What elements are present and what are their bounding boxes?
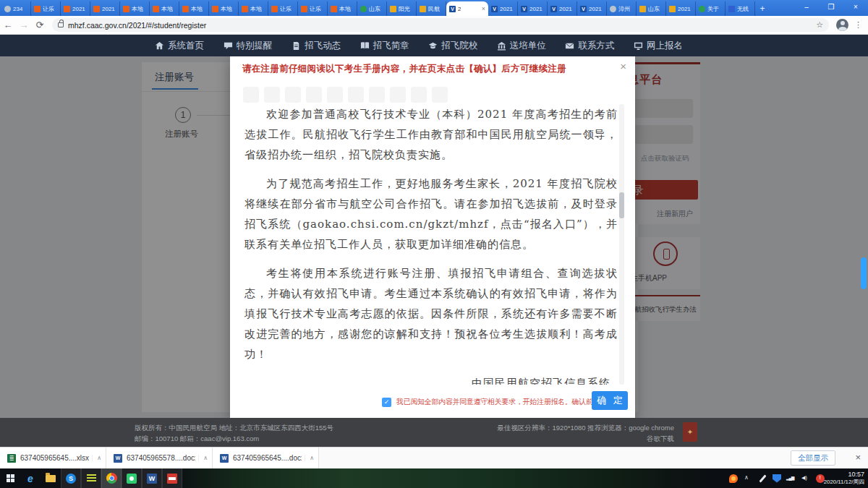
confirm-button[interactable]: 确 定 xyxy=(592,391,628,410)
address-bar[interactable]: mhzf.caac.gov.cn/2021/#/student/register… xyxy=(52,18,829,32)
tray-expand-icon[interactable] xyxy=(744,474,752,483)
browser-tab[interactable]: 2021 × xyxy=(518,1,548,16)
browser-tab[interactable]: 民航 × xyxy=(417,1,446,16)
tab-favicon-icon xyxy=(360,6,367,12)
agree-text[interactable]: 我已阅知全部内容并同意遵守相关要求，开始注册报名。确认前勾选 xyxy=(396,397,607,407)
tab-favicon-icon xyxy=(301,6,307,12)
chevron-up-icon[interactable]: ∧ xyxy=(198,455,208,461)
browser-menu-icon[interactable]: ⋮ xyxy=(854,20,862,30)
page-button[interactable] xyxy=(327,87,343,103)
refresh-button[interactable]: ⟳ xyxy=(32,20,48,30)
browser-tab-active[interactable]: 2 × xyxy=(446,1,488,16)
download-item-xlsx[interactable]: 637405965645....xlsx ∧ xyxy=(0,448,106,468)
modal-scrollbar-thumb[interactable] xyxy=(619,192,624,218)
stock-app-icon[interactable] xyxy=(81,468,101,488)
back-button[interactable]: ← xyxy=(0,20,16,30)
page-button[interactable] xyxy=(411,87,427,103)
show-all-downloads-button[interactable]: 全部显示 xyxy=(791,450,835,466)
sogou-input-icon[interactable] xyxy=(729,474,738,483)
nav-item-online-signup[interactable]: 网上报名 xyxy=(634,40,683,52)
tab-title: 本地 xyxy=(339,5,351,13)
browser-tab[interactable]: 2021 × xyxy=(666,1,696,16)
agree-checkbox[interactable]: ✓ xyxy=(382,398,391,407)
browser-tab[interactable]: 漳州 × xyxy=(607,1,637,16)
tab-favicon-icon xyxy=(4,6,11,12)
browser-tab[interactable]: 2021 × xyxy=(548,1,577,16)
file-explorer-icon[interactable] xyxy=(41,468,61,488)
internet-explorer-icon[interactable] xyxy=(20,468,41,488)
taskbar-clock[interactable]: 10:57 2020/11/12/周四 xyxy=(824,471,864,486)
browser-tab[interactable]: 阳光 × xyxy=(387,1,417,16)
page-button[interactable] xyxy=(285,87,301,103)
word-icon[interactable] xyxy=(142,468,162,488)
browser-tab[interactable]: 234 × xyxy=(1,1,31,16)
padlock-icon xyxy=(58,22,64,27)
tab-favicon-icon xyxy=(93,6,100,12)
browser-tab[interactable]: 本地 × xyxy=(209,1,239,16)
browser-tab[interactable]: 无线 × xyxy=(726,1,755,16)
browser-tab[interactable]: 2021 × xyxy=(90,1,120,16)
browser-tab[interactable]: 让乐 × xyxy=(298,1,328,16)
browser-tab[interactable]: 2021 × xyxy=(488,1,518,16)
download-item-docx[interactable]: 637405965645....docx ∧ xyxy=(213,448,319,468)
browser-tab[interactable]: 让乐 × xyxy=(268,1,298,16)
tab-title: 2021 xyxy=(72,6,85,12)
page-button[interactable] xyxy=(348,87,364,103)
page-button[interactable] xyxy=(264,87,280,103)
security-shield-icon[interactable] xyxy=(773,474,781,483)
nav-item-reminder[interactable]: 特别提醒 xyxy=(224,40,273,52)
download-item-docx[interactable]: 637405965578....docx ∧ xyxy=(106,448,213,468)
maximize-button[interactable]: ❐ xyxy=(819,0,843,16)
volume-icon[interactable] xyxy=(801,474,810,483)
chevron-up-icon[interactable]: ∧ xyxy=(92,455,101,461)
chrome-download-link[interactable]: 谷歌下载 xyxy=(498,433,674,444)
next-page-button[interactable] xyxy=(432,87,448,103)
browser-tab[interactable]: 本地 × xyxy=(150,1,179,16)
network-icon[interactable] xyxy=(787,474,796,483)
browser-s-icon[interactable] xyxy=(61,468,81,488)
more-pages-button[interactable] xyxy=(390,87,406,103)
chrome-icon[interactable] xyxy=(101,468,122,488)
url-text[interactable]: mhzf.caac.gov.cn/2021/#/student/register xyxy=(68,21,206,30)
browser-tab[interactable]: 本地 × xyxy=(179,1,209,16)
page-button[interactable] xyxy=(306,87,322,103)
modal-close-icon[interactable]: × xyxy=(620,60,626,72)
nav-item-contact[interactable]: 联系方式 xyxy=(565,40,614,52)
nav-item-news[interactable]: 招飞动态 xyxy=(292,40,341,52)
green-app-icon[interactable] xyxy=(122,468,142,488)
downloads-bar-close-icon[interactable]: × xyxy=(855,452,861,463)
profile-avatar[interactable] xyxy=(836,19,848,31)
browser-tab[interactable]: 2021 × xyxy=(61,1,90,16)
browser-tab[interactable]: 让乐 × xyxy=(31,1,61,16)
browser-tab[interactable]: 本地 × xyxy=(120,1,150,16)
browser-tab[interactable]: 山东 × xyxy=(357,1,387,16)
red-app-icon[interactable] xyxy=(162,468,182,488)
file-type-icon xyxy=(220,454,229,463)
tab-favicon-icon xyxy=(34,6,41,12)
browser-scrollbar-thumb[interactable] xyxy=(861,257,867,289)
new-tab-button[interactable]: + xyxy=(755,3,770,16)
windows-start-button[interactable] xyxy=(0,468,20,488)
browser-tab[interactable]: 本地 × xyxy=(328,1,357,16)
forward-button[interactable]: → xyxy=(16,20,32,30)
book-icon xyxy=(360,41,370,51)
prev-page-button[interactable] xyxy=(243,87,259,103)
minimize-button[interactable]: – xyxy=(794,0,819,16)
tab-title: 本地 xyxy=(250,5,262,13)
pen-tool-icon[interactable] xyxy=(758,474,767,483)
nav-item-colleges[interactable]: 招飞院校 xyxy=(428,40,477,52)
site-navbar: 系统首页 特别提醒 招飞动态 招飞简章 招飞院校 送培单位 xyxy=(0,35,868,56)
bookmark-star-icon[interactable]: ☆ xyxy=(816,20,823,30)
browser-tab[interactable]: 山东 × xyxy=(637,1,666,16)
browser-tab[interactable]: 本地 × xyxy=(239,1,268,16)
browser-tab[interactable]: 关于 × xyxy=(696,1,726,16)
tab-close-icon[interactable]: × xyxy=(482,6,485,12)
page-button[interactable] xyxy=(369,87,385,103)
close-window-button[interactable]: × xyxy=(843,0,868,16)
nav-item-home[interactable]: 系统首页 xyxy=(155,40,204,52)
browser-tab[interactable]: 2021 × xyxy=(577,1,607,16)
modal-scrollbar[interactable] xyxy=(619,104,624,385)
nav-item-training-units[interactable]: 送培单位 xyxy=(497,40,546,52)
chevron-up-icon[interactable]: ∧ xyxy=(305,455,314,461)
nav-item-guide[interactable]: 招飞简章 xyxy=(360,40,409,52)
